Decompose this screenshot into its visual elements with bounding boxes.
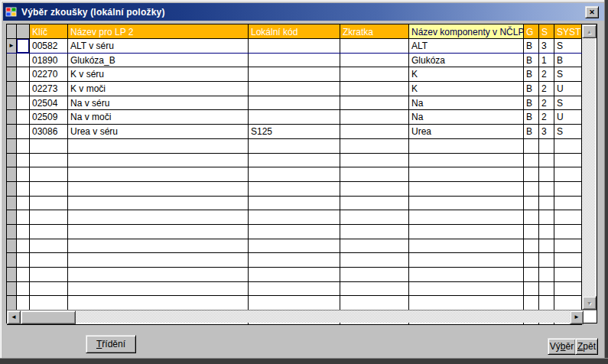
cell-s[interactable]: 2: [539, 110, 554, 124]
cell-syst[interactable]: U: [554, 82, 582, 96]
cell-lokalni_kod[interactable]: [249, 110, 340, 124]
cell-marker[interactable]: [17, 110, 30, 124]
cell-klic[interactable]: 00582: [30, 39, 68, 53]
cell-g[interactable]: B: [524, 39, 539, 53]
titlebar[interactable]: Výběr zkoušky (lokální položky) ✕: [3, 3, 605, 21]
horizontal-scrollbar-track[interactable]: [76, 310, 570, 323]
column-header-s[interactable]: S: [539, 24, 554, 38]
scroll-down-button[interactable]: ▼: [582, 296, 597, 310]
cell-syst[interactable]: B: [554, 54, 582, 67]
column-header-lokalni_kod[interactable]: Lokální kód: [249, 24, 340, 38]
row-selector: [7, 139, 17, 153]
cell-nazev_lp2[interactable]: Glukóza_B: [68, 54, 249, 67]
select-button[interactable]: Výběr: [548, 338, 576, 355]
cell-nazev_lp2[interactable]: Na v séru: [68, 96, 249, 110]
table-row[interactable]: 02504Na v séruNaB2S: [7, 96, 582, 111]
row-selector[interactable]: [7, 54, 17, 67]
cell-klic[interactable]: 02273: [30, 82, 68, 96]
column-header-zkratka[interactable]: Zkratka: [340, 24, 409, 38]
cell-zkratka[interactable]: [340, 125, 409, 138]
cell-marker[interactable]: [17, 67, 30, 81]
cell-zkratka[interactable]: [340, 67, 409, 81]
column-header-nazev_lp2[interactable]: Název pro LP 2: [68, 24, 249, 38]
cell-zkratka[interactable]: [340, 96, 409, 110]
cell-lokalni_kod[interactable]: S125: [249, 125, 340, 138]
column-header-syst[interactable]: SYST: [554, 24, 582, 38]
cell-nazev_nclp[interactable]: Urea: [409, 125, 524, 138]
cell-syst[interactable]: U: [554, 110, 582, 124]
cell-g[interactable]: B: [524, 125, 539, 138]
table-row[interactable]: 02509Na v močiNaB2U: [7, 110, 582, 125]
cell-syst[interactable]: S: [554, 125, 582, 138]
cell-marker[interactable]: [17, 82, 30, 96]
cell-s[interactable]: 1: [539, 54, 554, 67]
cell-g[interactable]: B: [524, 82, 539, 96]
horizontal-scrollbar[interactable]: ◄ ►: [7, 310, 597, 323]
table-row[interactable]: 02273K v močiKB2U: [7, 82, 582, 96]
table-row[interactable]: ►00582ALT v séruALTB3S: [7, 39, 582, 54]
vertical-scrollbar[interactable]: ▲ ▼: [582, 24, 595, 310]
cell-nazev_lp2[interactable]: K v moči: [68, 82, 249, 96]
column-header-nazev_nclp[interactable]: Název komponenty v NČLP: [409, 24, 524, 38]
cell-g[interactable]: B: [524, 54, 539, 67]
row-selector[interactable]: [7, 96, 17, 110]
cell-klic[interactable]: 02509: [30, 110, 68, 124]
cell-lokalni_kod[interactable]: [249, 39, 340, 53]
close-button[interactable]: ✕: [585, 6, 599, 18]
cell-nazev_lp2[interactable]: ALT v séru: [68, 39, 249, 53]
cell-klic[interactable]: 02504: [30, 96, 68, 110]
cell-syst[interactable]: S: [554, 96, 582, 110]
cell-g[interactable]: B: [524, 67, 539, 81]
table-row[interactable]: 03086Urea v séruS125UreaB3S: [7, 125, 582, 139]
cell-nazev_lp2[interactable]: Na v moči: [68, 110, 249, 124]
cell-nazev_nclp[interactable]: Na: [409, 110, 524, 124]
cell-lokalni_kod[interactable]: [249, 67, 340, 81]
cell-nazev_nclp[interactable]: Glukóza: [409, 54, 524, 67]
cell-marker[interactable]: [17, 125, 30, 138]
cell-s[interactable]: 2: [539, 82, 554, 96]
column-header-klic[interactable]: Klíč: [30, 24, 68, 38]
table-row[interactable]: 01890Glukóza_BGlukózaB1B: [7, 54, 582, 68]
cell-s[interactable]: 3: [539, 125, 554, 138]
scroll-left-button[interactable]: ◄: [7, 310, 21, 324]
vertical-scrollbar-track[interactable]: [582, 38, 595, 296]
cell-zkratka[interactable]: [340, 82, 409, 96]
cell-syst[interactable]: S: [554, 39, 582, 53]
cell-lokalni_kod[interactable]: [249, 82, 340, 96]
cell-g[interactable]: B: [524, 110, 539, 124]
scroll-up-button[interactable]: ▲: [582, 24, 597, 38]
cell-lokalni_kod[interactable]: [249, 54, 340, 67]
cell-nazev_nclp[interactable]: ALT: [409, 39, 524, 53]
cell-zkratka[interactable]: [340, 54, 409, 67]
cell-lokalni_kod[interactable]: [249, 96, 340, 110]
cell-klic[interactable]: 01890: [30, 54, 68, 67]
row-selector[interactable]: [7, 67, 17, 81]
cell-klic[interactable]: 03086: [30, 125, 68, 138]
cell-g[interactable]: B: [524, 96, 539, 110]
row-selector[interactable]: ►: [7, 39, 17, 53]
sort-button[interactable]: Třídění: [86, 335, 136, 353]
cell-s[interactable]: 3: [539, 39, 554, 53]
cell-marker[interactable]: [17, 39, 30, 53]
cell-zkratka[interactable]: [340, 110, 409, 124]
cell-nazev_nclp[interactable]: K: [409, 67, 524, 81]
cell-nazev_nclp[interactable]: K: [409, 82, 524, 96]
cell-nazev_lp2[interactable]: Urea v séru: [68, 125, 249, 138]
cell-s[interactable]: 2: [539, 67, 554, 81]
row-selector[interactable]: [7, 82, 17, 96]
horizontal-scrollbar-thumb[interactable]: [21, 310, 76, 324]
cell-marker[interactable]: [17, 96, 30, 110]
row-selector[interactable]: [7, 125, 17, 138]
back-button[interactable]: Zpět: [575, 338, 598, 355]
table-row[interactable]: 02270K v séruKB2S: [7, 67, 582, 82]
column-header-g[interactable]: G: [524, 24, 539, 38]
cell-klic[interactable]: 02270: [30, 67, 68, 81]
cell-marker[interactable]: [17, 54, 30, 67]
cell-zkratka[interactable]: [340, 39, 409, 53]
cell-s[interactable]: 2: [539, 96, 554, 110]
cell-syst[interactable]: S: [554, 67, 582, 81]
row-selector[interactable]: [7, 110, 17, 124]
cell-nazev_nclp[interactable]: Na: [409, 96, 524, 110]
scroll-right-button[interactable]: ►: [570, 310, 584, 324]
cell-nazev_lp2[interactable]: K v séru: [68, 67, 249, 81]
